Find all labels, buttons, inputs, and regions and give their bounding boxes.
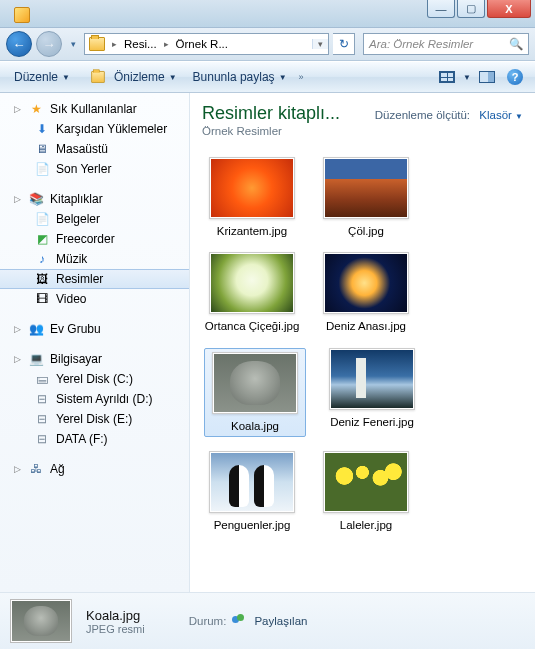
sidebar-label: Sık Kullanılanlar — [50, 102, 137, 116]
content-pane: Resimler kitaplı... Örnek Resimler Düzen… — [190, 93, 535, 592]
computer-icon: 💻 — [28, 351, 44, 367]
help-button[interactable]: ? — [503, 66, 527, 88]
address-bar[interactable]: ▸ Resi... ▸ Örnek R... ▾ — [84, 33, 329, 55]
preview-icon — [91, 71, 105, 83]
document-icon: 📄 — [34, 211, 50, 227]
chevron-right-icon[interactable]: ▸ — [109, 39, 120, 49]
desktop-icon: 🖥 — [34, 141, 50, 157]
libraries-icon: 📚 — [28, 191, 44, 207]
sidebar-label: DATA (F:) — [56, 432, 108, 446]
search-icon: 🔍 — [509, 37, 523, 51]
sidebar-item-pictures[interactable]: 🖼Resimler — [0, 269, 189, 289]
chevron-right-icon[interactable]: ▸ — [161, 39, 172, 49]
maximize-button[interactable]: ▢ — [457, 0, 485, 18]
details-status-label: Durum: — [189, 615, 227, 627]
video-icon: 🎞 — [34, 291, 50, 307]
thumbnail-image — [325, 453, 407, 511]
file-item[interactable]: Laleler.jpg — [318, 451, 414, 532]
preview-pane-button[interactable] — [475, 66, 499, 88]
sidebar-label: Son Yerler — [56, 162, 111, 176]
details-status-value: Paylaşılan — [254, 615, 307, 627]
folder-icon — [89, 37, 105, 51]
sidebar-favorites-header[interactable]: ▷★Sık Kullanılanlar — [0, 99, 189, 119]
sidebar-libraries-header[interactable]: ▷📚Kitaplıklar — [0, 189, 189, 209]
details-thumbnail — [10, 599, 72, 643]
toolbar-overflow[interactable]: » — [297, 72, 306, 82]
file-item[interactable]: Krizantem.jpg — [204, 157, 300, 238]
sidebar-item-videos[interactable]: 🎞Video — [0, 289, 189, 309]
sidebar-item-downloads[interactable]: ⬇Karşıdan Yüklemeler — [0, 119, 189, 139]
sidebar-item-music[interactable]: ♪Müzik — [0, 249, 189, 269]
nav-bar: ← → ▾ ▸ Resi... ▸ Örnek R... ▾ ↻ Ara: Ör… — [0, 28, 535, 61]
breadcrumb-segment[interactable]: Resi... — [120, 34, 161, 54]
file-name: Ortanca Çiçeği.jpg — [205, 319, 300, 333]
sidebar-item-recent[interactable]: 📄Son Yerler — [0, 159, 189, 179]
share-button[interactable]: Bununla paylaş ▼ — [187, 65, 293, 89]
arrange-label: Düzenleme ölçütü: — [375, 109, 470, 121]
sidebar-label: Bilgisayar — [50, 352, 102, 366]
sidebar-computer-header[interactable]: ▷💻Bilgisayar — [0, 349, 189, 369]
details-filename: Koala.jpg — [86, 608, 145, 623]
file-item-selected[interactable]: Koala.jpg — [204, 348, 306, 437]
thumbnail-image — [325, 159, 407, 217]
navigation-pane: ▷★Sık Kullanılanlar ⬇Karşıdan Yüklemeler… — [0, 93, 190, 592]
file-name: Penguenler.jpg — [214, 518, 291, 532]
forward-button[interactable]: → — [36, 31, 62, 57]
file-name: Deniz Anası.jpg — [326, 319, 406, 333]
drive-icon: ⊟ — [34, 391, 50, 407]
thumbnail-image — [214, 354, 296, 412]
thumbnail-grid: Krizantem.jpg Çöl.jpg Ortanca Çiçeği.jpg… — [202, 157, 523, 533]
arrange-by[interactable]: Düzenleme ölçütü: Klasör ▼ — [375, 109, 523, 121]
breadcrumb-segment[interactable]: Örnek R... — [172, 34, 232, 54]
star-icon: ★ — [28, 101, 44, 117]
sidebar-label: Sistem Ayrıldı (D:) — [56, 392, 152, 406]
sidebar-network[interactable]: ▷🖧Ağ — [0, 459, 189, 479]
sidebar-item-drive-f[interactable]: ⊟DATA (F:) — [0, 429, 189, 449]
thumbnail-image — [211, 453, 293, 511]
preview-button[interactable]: Önizleme ▼ — [80, 65, 183, 89]
thumbnail-image — [331, 350, 413, 408]
minimize-button[interactable]: — — [427, 0, 455, 18]
sidebar-item-drive-d[interactable]: ⊟Sistem Ayrıldı (D:) — [0, 389, 189, 409]
organize-button[interactable]: Düzenle ▼ — [8, 65, 76, 89]
chevron-down-icon: ▼ — [279, 73, 287, 82]
app-icon: ◩ — [34, 231, 50, 247]
file-name: Laleler.jpg — [340, 518, 392, 532]
search-input[interactable]: Ara: Örnek Resimler 🔍 — [363, 33, 529, 55]
file-item[interactable]: Ortanca Çiçeği.jpg — [204, 252, 300, 333]
file-name: Koala.jpg — [231, 419, 279, 433]
refresh-button[interactable]: ↻ — [333, 33, 355, 55]
sidebar-item-freecorder[interactable]: ◩Freecorder — [0, 229, 189, 249]
back-button[interactable]: ← — [6, 31, 32, 57]
file-item[interactable]: Deniz Feneri.jpg — [324, 348, 420, 437]
drive-icon: 🖴 — [34, 371, 50, 387]
sidebar-homegroup[interactable]: ▷👥Ev Grubu — [0, 319, 189, 339]
sidebar-item-drive-e[interactable]: ⊟Yerel Disk (E:) — [0, 409, 189, 429]
details-filetype: JPEG resmi — [86, 623, 145, 635]
chevron-down-icon: ▼ — [62, 73, 70, 82]
preview-label: Önizleme — [114, 70, 165, 84]
file-item[interactable]: Penguenler.jpg — [204, 451, 300, 532]
recent-icon: 📄 — [34, 161, 50, 177]
sidebar-item-desktop[interactable]: 🖥Masaüstü — [0, 139, 189, 159]
file-name: Deniz Feneri.jpg — [330, 415, 414, 429]
share-label: Bununla paylaş — [193, 70, 275, 84]
details-status: Durum: Paylaşılan — [189, 614, 308, 628]
sidebar-label: Ağ — [50, 462, 65, 476]
sidebar-item-drive-c[interactable]: 🖴Yerel Disk (C:) — [0, 369, 189, 389]
chevron-down-icon: ▼ — [169, 73, 177, 82]
sidebar-item-documents[interactable]: 📄Belgeler — [0, 209, 189, 229]
close-button[interactable]: X — [487, 0, 531, 18]
sidebar-label: Belgeler — [56, 212, 100, 226]
file-name: Çöl.jpg — [348, 224, 384, 238]
view-dropdown[interactable]: ▼ — [463, 73, 471, 82]
sidebar-label: Freecorder — [56, 232, 115, 246]
file-name: Krizantem.jpg — [217, 224, 287, 238]
file-item[interactable]: Çöl.jpg — [318, 157, 414, 238]
nav-history-dropdown[interactable]: ▾ — [66, 31, 80, 57]
arrange-value: Klasör — [479, 109, 512, 121]
file-item[interactable]: Deniz Anası.jpg — [318, 252, 414, 333]
view-tiles-button[interactable] — [435, 66, 459, 88]
address-dropdown[interactable]: ▾ — [312, 39, 328, 49]
sidebar-label: Karşıdan Yüklemeler — [56, 122, 167, 136]
